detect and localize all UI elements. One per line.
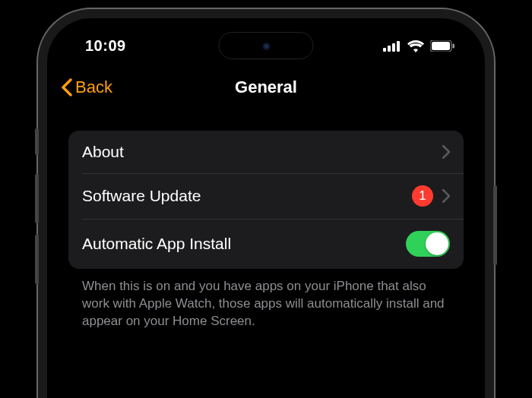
side-button <box>35 128 39 155</box>
page-title: General <box>235 77 297 97</box>
back-button[interactable]: Back <box>61 77 112 97</box>
svg-rect-2 <box>392 43 395 52</box>
svg-rect-1 <box>388 46 391 52</box>
content: About Software Update 1 <box>47 108 485 330</box>
row-label: About <box>82 143 124 161</box>
row-label: Automatic App Install <box>82 235 231 253</box>
settings-group: About Software Update 1 <box>68 131 464 269</box>
side-button <box>493 185 497 265</box>
chevron-left-icon <box>61 78 72 96</box>
footer-text: When this is on and you have apps on you… <box>68 269 464 330</box>
nav-bar: Back General <box>47 67 485 108</box>
status-icons <box>383 40 454 52</box>
toggle-switch[interactable] <box>406 231 450 257</box>
wifi-icon <box>407 40 424 52</box>
dynamic-island <box>219 32 314 59</box>
row-accessory <box>406 231 450 257</box>
svg-rect-5 <box>432 42 450 50</box>
battery-icon <box>430 40 454 52</box>
status-time: 10:09 <box>85 37 126 55</box>
settings-row-about[interactable]: About <box>68 131 464 173</box>
side-button <box>35 174 39 223</box>
toggle-knob <box>426 232 448 255</box>
phone-screen: 10:09 Back General <box>47 18 485 398</box>
camera-icon <box>261 42 271 51</box>
side-button <box>35 235 39 284</box>
row-accessory: 1 <box>412 185 450 207</box>
row-accessory <box>442 145 450 159</box>
settings-row-software-update[interactable]: Software Update 1 <box>68 173 464 219</box>
chevron-right-icon <box>442 189 450 203</box>
chevron-right-icon <box>442 145 450 159</box>
svg-rect-0 <box>383 48 386 52</box>
row-label: Software Update <box>82 187 201 205</box>
cellular-icon <box>383 41 401 52</box>
svg-rect-3 <box>397 41 400 52</box>
back-label: Back <box>75 77 112 97</box>
phone-frame: 10:09 Back General <box>38 9 494 398</box>
notification-badge: 1 <box>412 185 433 207</box>
settings-row-automatic-app-install: Automatic App Install <box>68 219 464 269</box>
svg-rect-6 <box>453 44 455 49</box>
